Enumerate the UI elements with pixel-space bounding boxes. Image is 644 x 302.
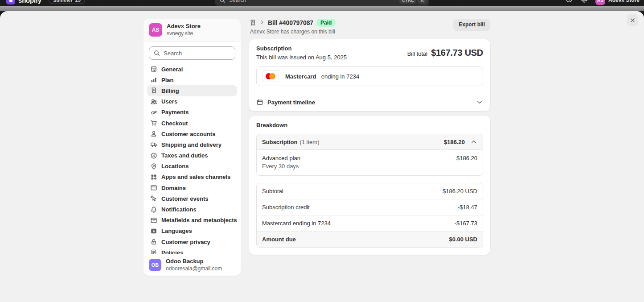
total-label: Subtotal xyxy=(262,188,283,194)
subscription-card: Subscription This bill was issued on Aug… xyxy=(249,39,490,111)
group-item-count: (1 item) xyxy=(299,139,319,145)
group-label: Subscription xyxy=(262,139,297,145)
payment-method-suffix: ending in 7234 xyxy=(321,73,359,80)
sidebar-item-domains[interactable]: Domains xyxy=(147,182,237,193)
breakdown-title: Breakdown xyxy=(256,122,483,128)
credit-card-icon xyxy=(150,109,157,116)
sidebar-item-taxes-and-duties[interactable]: Taxes and duties xyxy=(147,150,237,161)
total-label: Subscription credit xyxy=(262,204,310,211)
subscription-group: Subscription (1 item) $186.20 Advanced p… xyxy=(256,134,483,176)
sidebar-item-label: Shipping and delivery xyxy=(161,141,222,148)
receipt-icon: $ xyxy=(150,87,157,94)
sidebar-item-customer-privacy[interactable]: Customer privacy xyxy=(147,236,237,247)
page-title: Bill #400797087 xyxy=(268,19,313,26)
total-value: $0.00 USD xyxy=(449,236,477,243)
sidebar-item-locations[interactable]: Locations xyxy=(147,161,237,172)
svg-text:$: $ xyxy=(153,89,155,92)
language-icon: A xyxy=(150,228,157,235)
total-value: -$167.73 xyxy=(455,220,477,227)
sidebar-item-label: Metafields and metaobjects xyxy=(161,217,237,223)
sidebar-item-shipping-and-delivery[interactable]: Shipping and delivery xyxy=(147,139,237,150)
sidebar-item-plan[interactable]: Plan xyxy=(147,74,237,85)
sidebar-item-label: Billing xyxy=(161,87,179,94)
pin-icon xyxy=(150,163,157,170)
line-item-amount: $186.20 xyxy=(456,155,477,161)
sidebar-item-checkout[interactable]: Checkout xyxy=(147,118,237,128)
line-item-name: Advanced plan xyxy=(262,155,300,161)
sidebar-item-label: Customer accounts xyxy=(161,131,215,137)
sidebar-item-users[interactable]: Users xyxy=(147,96,237,107)
sidebar-item-customer-accounts[interactable]: Customer accounts xyxy=(147,128,237,139)
modal-backdrop xyxy=(0,6,644,11)
sidebar-item-metafields-and-metaobjects[interactable]: Metafields and metaobjects xyxy=(147,215,237,226)
users-icon xyxy=(150,98,157,105)
sidebar-item-notifications[interactable]: Notifications xyxy=(147,204,237,215)
sidebar-item-label: Locations xyxy=(161,163,189,170)
topbar-user-menu[interactable]: AS Adevx Store xyxy=(595,0,640,5)
bill-total-label: Bill total xyxy=(407,50,428,57)
sidebar-item-customer-events[interactable]: Customer events xyxy=(147,193,237,204)
edition-badge[interactable]: Summer '25 xyxy=(49,0,85,4)
payment-timeline-toggle[interactable]: Payment timeline xyxy=(249,93,490,111)
sidebar-item-apps-and-sales-channels[interactable]: Apps and sales channels xyxy=(147,172,237,182)
export-bill-button[interactable]: Export bill xyxy=(453,19,490,30)
archive-icon xyxy=(150,217,157,224)
search-icon xyxy=(219,0,226,4)
bill-total: Bill total $167.73 USD xyxy=(407,48,483,58)
settings-sidebar: AS Adevx Store svnegy.site Search Genera… xyxy=(144,19,241,276)
sidebar-item-languages[interactable]: ALanguages xyxy=(147,226,237,236)
settings-search-input[interactable]: Search xyxy=(149,46,235,60)
sidebar-menu: GeneralPlan$BillingUsersPaymentsCheckout… xyxy=(144,63,241,254)
total-row-subtotal: Subtotal$186.20 USD xyxy=(257,183,483,199)
help-icon[interactable] xyxy=(565,0,573,5)
topbar-store-name: Adevx Store xyxy=(608,0,640,3)
line-item-frequency: Every 30 days xyxy=(262,163,300,170)
percent-icon xyxy=(150,152,157,159)
sidebar-item-policies[interactable]: Policies xyxy=(147,247,237,254)
store-header: AS Adevx Store svnegy.site xyxy=(144,19,241,41)
settings-modal: AS Adevx Store svnegy.site Search Genera… xyxy=(0,11,644,302)
sidebar-item-payments[interactable]: Payments xyxy=(147,107,237,118)
sidebar-item-label: Apps and sales channels xyxy=(161,174,230,180)
subscription-group-header[interactable]: Subscription (1 item) $186.20 xyxy=(257,134,483,150)
subscription-card-title: Subscription xyxy=(256,45,347,52)
sidebar-item-billing[interactable]: $Billing xyxy=(147,85,237,96)
calendar-icon xyxy=(256,99,263,106)
chevron-right-icon xyxy=(259,19,265,27)
bill-total-value: $167.73 USD xyxy=(431,48,483,58)
store-avatar: AS xyxy=(149,23,162,37)
shopify-logo: shopify Summer '25 xyxy=(6,0,85,4)
svg-text:A: A xyxy=(152,229,155,233)
total-row-subscription-credit: Subscription credit-$18.47 xyxy=(257,199,483,215)
document-icon xyxy=(150,249,157,254)
bill-receipt-icon[interactable]: $ xyxy=(249,19,256,26)
shopify-bag-icon xyxy=(6,0,15,4)
notifications-bell-icon[interactable] xyxy=(580,0,588,5)
total-value: -$18.47 xyxy=(458,204,477,211)
cart-icon xyxy=(150,120,157,127)
avatar: AS xyxy=(595,0,605,5)
total-row-mastercard-ending-in-7234: Mastercard ending in 7234-$167.73 xyxy=(257,215,483,231)
user-name: Odoo Backup xyxy=(166,258,222,265)
global-search-input[interactable]: Search CTRL K xyxy=(215,0,429,6)
global-search-placeholder: Search xyxy=(229,0,396,3)
close-icon[interactable] xyxy=(627,14,638,26)
browser-icon xyxy=(150,184,157,191)
search-icon xyxy=(153,50,160,57)
total-row-amount-due: Amount due$0.00 USD xyxy=(257,231,483,247)
chart-icon xyxy=(150,76,157,83)
settings-search-placeholder: Search xyxy=(164,50,182,57)
truck-icon xyxy=(150,141,157,148)
person-icon xyxy=(150,130,157,137)
payment-method-brand: Mastercard xyxy=(285,73,316,80)
store-name: Adevx Store xyxy=(167,23,201,30)
sidebar-item-label: Payments xyxy=(161,109,189,116)
sidebar-item-label: Domains xyxy=(161,185,186,191)
breakdown-card: Breakdown Subscription (1 item) $186.20 … xyxy=(249,116,490,255)
sidebar-user[interactable]: OB Odoo Backup odooresala@gmail.com xyxy=(144,254,241,276)
bill-detail-page: $ Bill #400797087 Paid Adevx Store has c… xyxy=(249,19,490,255)
chevron-up-icon xyxy=(470,138,477,145)
sidebar-item-general[interactable]: General xyxy=(147,64,237,74)
sidebar-item-label: Checkout xyxy=(161,120,188,127)
sidebar-item-label: Customer events xyxy=(161,195,208,202)
